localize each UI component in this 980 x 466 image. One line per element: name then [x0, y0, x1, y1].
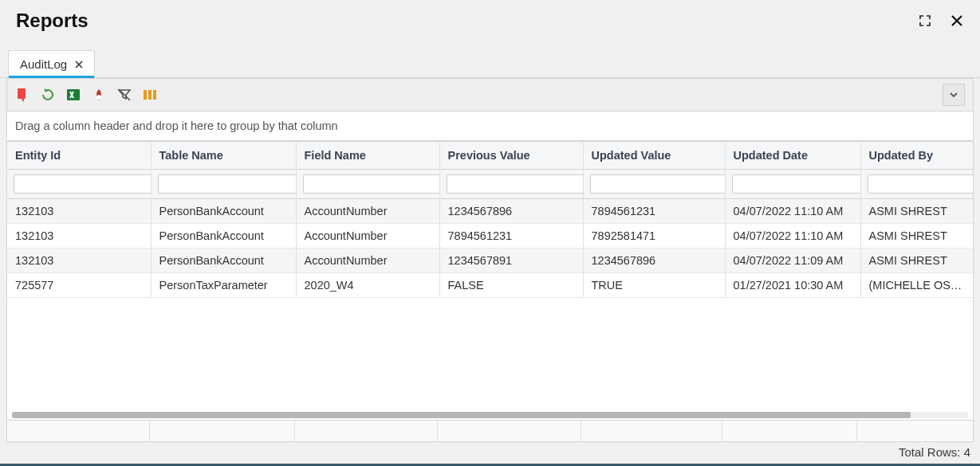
- filter-input-table-name[interactable]: [158, 174, 297, 194]
- svg-rect-1: [67, 89, 80, 100]
- cell-updated_value: 7892581471: [583, 224, 725, 249]
- grid-footer-row: [7, 420, 973, 441]
- svg-rect-5: [153, 90, 156, 100]
- fullscreen-icon: [919, 14, 931, 27]
- cell-updated_date: 01/27/2021 10:30 AM: [725, 273, 860, 298]
- table-row[interactable]: 132103PersonBankAccountAccountNumber1234…: [7, 249, 973, 273]
- col-header-updated-value[interactable]: Updated Value: [583, 142, 725, 170]
- fullscreen-button[interactable]: [916, 12, 934, 29]
- report-panel: Drag a column header and drop it here to…: [6, 78, 974, 442]
- col-header-previous-value[interactable]: Previous Value: [439, 142, 583, 170]
- cell-previous_value: 7894561231: [439, 224, 583, 249]
- refresh-button[interactable]: [41, 88, 55, 102]
- refresh-icon: [41, 88, 55, 102]
- document-export-icon: [15, 88, 30, 102]
- cell-updated_value: TRUE: [583, 273, 725, 298]
- clear-filter-button[interactable]: [117, 88, 132, 102]
- window-header-actions: [916, 12, 966, 29]
- cell-updated_value: 7894561231: [583, 199, 725, 224]
- cell-updated_by: ASMI SHREST: [860, 224, 973, 249]
- grid-header-row: Entity Id Table Name Field Name Previous…: [7, 142, 973, 170]
- cell-table_name: PersonBankAccount: [151, 224, 296, 249]
- col-header-updated-by[interactable]: Updated By: [860, 142, 973, 170]
- export-excel-button[interactable]: [66, 88, 81, 102]
- close-icon: [75, 61, 83, 69]
- grid-scroll-area[interactable]: Entity Id Table Name Field Name Previous…: [7, 141, 973, 410]
- cell-field_name: AccountNumber: [296, 249, 439, 273]
- cell-table_name: PersonBankAccount: [151, 249, 296, 273]
- svg-point-2: [96, 95, 101, 100]
- status-bar: Total Rows: 4: [0, 442, 980, 464]
- cell-table_name: PersonTaxParameter: [151, 273, 296, 298]
- table-row[interactable]: 132103PersonBankAccountAccountNumber7894…: [7, 224, 973, 249]
- filter-input-field-name[interactable]: [303, 174, 440, 194]
- cell-updated_by: ASMI SHREST: [860, 249, 973, 273]
- page-title: Reports: [16, 10, 89, 32]
- filter-off-icon: [117, 88, 132, 102]
- col-header-table-name[interactable]: Table Name: [151, 142, 296, 170]
- cell-entity_id: 725577: [7, 273, 151, 298]
- cell-updated_by: ASMI SHREST: [860, 199, 973, 224]
- excel-icon: [66, 88, 81, 102]
- filter-input-previous-value[interactable]: [447, 174, 584, 194]
- toolbar-expand-button[interactable]: [943, 84, 965, 106]
- report-toolbar: [7, 79, 973, 112]
- table-row[interactable]: 132103PersonBankAccountAccountNumber1234…: [7, 199, 973, 224]
- tab-bar: AuditLog: [0, 49, 980, 78]
- column-chooser-button[interactable]: [143, 88, 157, 102]
- cell-updated_date: 04/07/2022 11:10 AM: [725, 224, 860, 249]
- svg-rect-0: [18, 88, 26, 99]
- tab-auditlog[interactable]: AuditLog: [8, 50, 95, 78]
- cell-field_name: 2020_W4: [296, 273, 439, 298]
- table-row[interactable]: 725577PersonTaxParameter2020_W4FALSETRUE…: [7, 273, 973, 298]
- close-icon: [950, 14, 963, 27]
- svg-rect-3: [144, 90, 147, 100]
- filter-input-updated-by[interactable]: [868, 174, 974, 194]
- scrollbar-thumb[interactable]: [12, 412, 911, 418]
- cell-updated_by: (MICHELLE OSLEN): [860, 273, 973, 298]
- filter-input-updated-date[interactable]: [732, 174, 861, 194]
- export-report-button[interactable]: [15, 88, 30, 102]
- cell-field_name: AccountNumber: [296, 224, 439, 249]
- export-pdf-button[interactable]: [92, 88, 106, 102]
- filter-input-updated-value[interactable]: [590, 174, 726, 194]
- total-rows-value: 4: [964, 445, 970, 459]
- cell-updated_date: 04/07/2022 11:09 AM: [725, 249, 860, 273]
- col-header-updated-date[interactable]: Updated Date: [725, 142, 860, 170]
- reports-window: Reports AuditLog: [0, 0, 980, 466]
- pdf-icon: [92, 88, 106, 102]
- grid-filter-row: [7, 170, 973, 199]
- tab-label: AuditLog: [20, 57, 67, 71]
- close-window-button[interactable]: [948, 12, 966, 29]
- horizontal-scrollbar[interactable]: [7, 410, 973, 420]
- filter-input-entity-id[interactable]: [14, 174, 151, 194]
- audit-log-grid: Entity Id Table Name Field Name Previous…: [7, 141, 973, 298]
- cell-updated_value: 1234567896: [583, 249, 725, 273]
- group-by-drop-zone[interactable]: Drag a column header and drop it here to…: [7, 112, 973, 141]
- svg-rect-4: [148, 90, 152, 100]
- columns-icon: [143, 88, 157, 102]
- chevron-down-icon: [949, 90, 958, 100]
- col-header-field-name[interactable]: Field Name: [296, 142, 439, 170]
- cell-previous_value: 1234567891: [439, 249, 583, 273]
- cell-entity_id: 132103: [7, 249, 151, 273]
- col-header-entity-id[interactable]: Entity Id: [7, 142, 151, 170]
- cell-previous_value: 1234567896: [439, 199, 583, 224]
- cell-entity_id: 132103: [7, 224, 151, 249]
- tab-close-button[interactable]: [75, 58, 83, 70]
- cell-table_name: PersonBankAccount: [151, 199, 296, 224]
- cell-field_name: AccountNumber: [296, 199, 439, 224]
- total-rows-label: Total Rows:: [899, 445, 961, 459]
- cell-entity_id: 132103: [7, 199, 151, 224]
- window-header: Reports: [0, 0, 980, 41]
- cell-previous_value: FALSE: [439, 273, 583, 298]
- scrollbar-track: [12, 412, 968, 418]
- cell-updated_date: 04/07/2022 11:10 AM: [725, 199, 860, 224]
